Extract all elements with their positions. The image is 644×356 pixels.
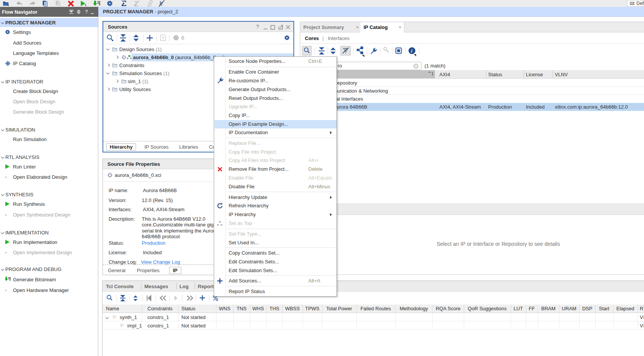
svg-text:i: i: [411, 48, 413, 54]
svg-text:0: 0: [181, 35, 184, 41]
svg-text:?: ?: [162, 36, 164, 41]
svg-text:?: ?: [85, 9, 88, 14]
